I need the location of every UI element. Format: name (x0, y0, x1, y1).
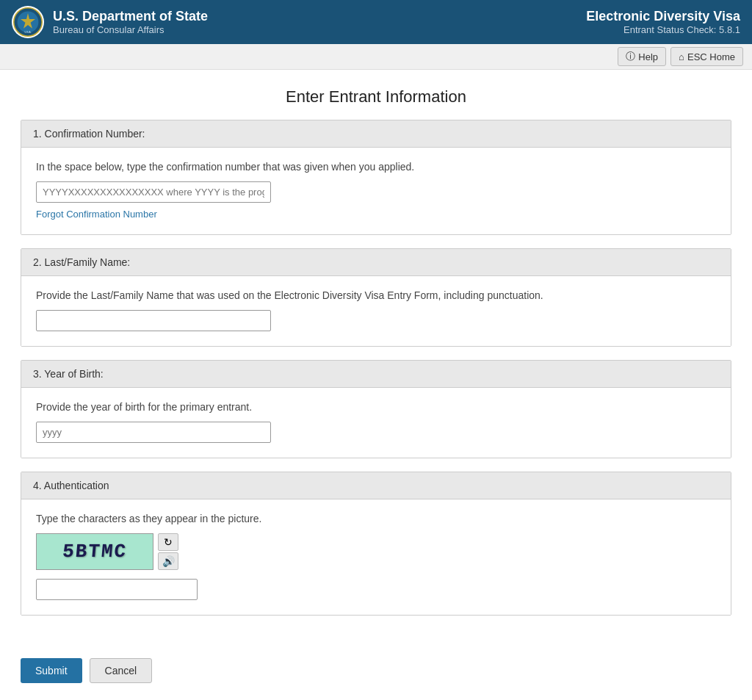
site-header: U.S.A. U.S. Department of State Bureau o… (0, 0, 752, 44)
section-authentication: 4. Authentication Type the characters as… (21, 472, 731, 616)
lastname-description: Provide the Last/Family Name that was us… (36, 289, 716, 301)
section-birthyear: 3. Year of Birth: Provide the year of bi… (21, 360, 731, 458)
header-left: U.S.A. U.S. Department of State Bureau o… (12, 6, 208, 38)
version-label: Entrant Status Check: 5.8.1 (586, 24, 740, 35)
page-title: Enter Entrant Information (0, 70, 752, 120)
submit-button[interactable]: Submit (21, 658, 82, 683)
program-title: Electronic Diversity Visa (586, 9, 740, 24)
birthyear-description: Provide the year of birth for the primar… (36, 401, 716, 413)
agency-name: U.S. Department of State (53, 9, 208, 24)
agency-seal: U.S.A. (12, 6, 44, 38)
section-lastname-body: Provide the Last/Family Name that was us… (21, 276, 731, 346)
lastname-input[interactable] (36, 310, 271, 331)
captcha-buttons: ↻ 🔊 (158, 533, 178, 570)
section-confirmation-header: 1. Confirmation Number: (21, 120, 731, 148)
section-lastname-header: 2. Last/Family Name: (21, 249, 731, 276)
help-icon: ⓘ (626, 50, 635, 63)
help-button[interactable]: ⓘ Help (618, 47, 666, 66)
button-bar: Submit Cancel (9, 651, 743, 698)
section-confirmation-body: In the space below, type the confirmatio… (21, 148, 731, 234)
header-right: Electronic Diversity Visa Entrant Status… (586, 9, 740, 35)
home-label: ESC Home (687, 51, 735, 62)
confirmation-description: In the space below, type the confirmatio… (36, 161, 716, 173)
captcha-container: 5BTMC ↻ 🔊 (36, 533, 716, 570)
home-icon: ⌂ (679, 51, 684, 62)
section-birthyear-body: Provide the year of birth for the primar… (21, 388, 731, 458)
bureau-name: Bureau of Consular Affairs (53, 24, 208, 35)
captcha-image: 5BTMC (36, 533, 153, 570)
captcha-text: 5BTMC (62, 541, 129, 563)
refresh-icon: ↻ (164, 536, 173, 548)
nav-bar: ⓘ Help ⌂ ESC Home (0, 44, 752, 70)
section-authentication-body: Type the characters as they appear in th… (21, 499, 731, 615)
cancel-button[interactable]: Cancel (90, 658, 153, 683)
section-lastname: 2. Last/Family Name: Provide the Last/Fa… (21, 248, 731, 347)
captcha-audio-button[interactable]: 🔊 (158, 552, 178, 570)
section-birthyear-header: 3. Year of Birth: (21, 361, 731, 388)
home-button[interactable]: ⌂ ESC Home (670, 47, 743, 66)
forgot-confirmation-link[interactable]: Forgot Confirmation Number (36, 209, 157, 220)
agency-title-block: U.S. Department of State Bureau of Consu… (53, 9, 208, 35)
captcha-refresh-button[interactable]: ↻ (158, 533, 178, 551)
audio-icon: 🔊 (162, 555, 175, 567)
help-label: Help (638, 51, 658, 62)
svg-text:U.S.A.: U.S.A. (24, 31, 31, 34)
main-content: 1. Confirmation Number: In the space bel… (9, 120, 743, 651)
birthyear-input[interactable] (36, 422, 271, 443)
section-confirmation: 1. Confirmation Number: In the space bel… (21, 120, 731, 235)
authentication-description: Type the characters as they appear in th… (36, 513, 716, 524)
confirmation-number-input[interactable] (36, 181, 271, 203)
captcha-input[interactable] (36, 579, 198, 600)
section-authentication-header: 4. Authentication (21, 472, 731, 499)
